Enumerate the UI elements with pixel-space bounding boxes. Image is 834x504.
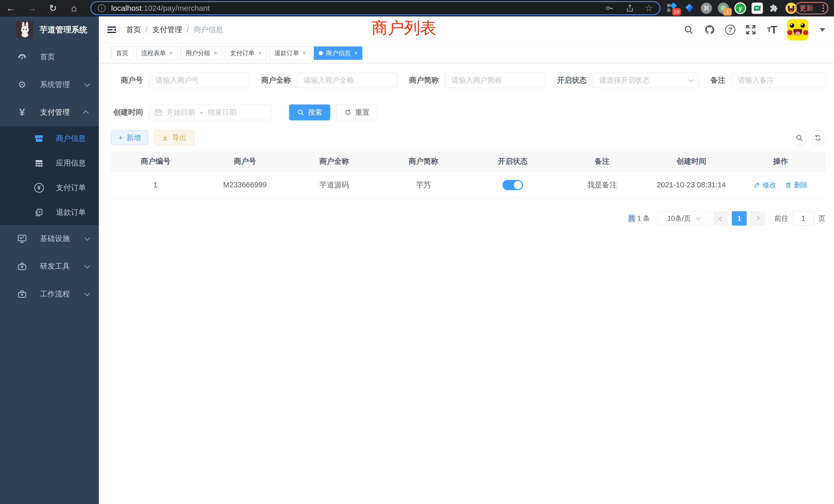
tab-close-icon[interactable]: × [258,50,262,56]
font-size-icon[interactable]: TT [766,24,777,36]
browser-forward-icon[interactable]: → [25,0,39,17]
extension-command-icon[interactable]: ⌘ [701,2,712,14]
prev-page-button[interactable] [713,211,728,226]
edit-link[interactable]: 修改 [754,180,776,190]
tab-close-icon[interactable]: × [354,50,357,56]
merchant-name-input[interactable] [297,73,397,88]
refresh-icon [344,109,352,116]
sidebar-item-infra[interactable]: 基础设施 [0,225,99,253]
sidebar-item-workflow[interactable]: 工作流程 [0,280,99,308]
help-icon[interactable]: ? [725,25,736,35]
reset-button[interactable]: 重置 [336,105,377,120]
chevron-down-icon [696,215,701,221]
extensions-puzzle-icon[interactable] [768,2,780,14]
goto-page-input[interactable] [792,211,814,226]
url-text[interactable]: localhost:1024/pay/merchant [111,4,210,13]
browser-update-button[interactable]: 更新 [795,2,828,14]
tab-merchant-info[interactable]: 商户信息× [314,46,362,60]
app-logo-rabbit-image [17,21,34,38]
status-select[interactable]: 请选择开启状态 [593,73,699,88]
delete-link[interactable]: 删除 [785,180,808,190]
cell-full-name: 芋道源码 [290,172,379,198]
url-bar[interactable]: i localhost:1024/pay/merchant ☆ [90,1,660,15]
refresh-table-button[interactable] [810,130,825,145]
sidebar-subitem-merchant-info[interactable]: 商户信息 [0,126,99,151]
trash-icon [785,182,792,188]
export-button-label: 导出 [172,133,187,143]
filter-create-time: 创建时间 开始日期 - 结束日期 [111,105,271,120]
chevron-down-icon [85,81,90,87]
url-path: :1024/pay/merchant [141,4,210,12]
date-end-placeholder[interactable]: 结束日期 [208,108,237,117]
avatar-caret-icon[interactable] [820,28,825,31]
header-search-icon[interactable] [683,24,694,36]
chevron-left-icon [719,216,723,221]
browser-menu-kebab-icon[interactable] [822,5,824,12]
browser-back-icon[interactable]: ← [4,0,18,17]
breadcrumb-separator: / [146,26,148,34]
pagination-total-rest: 1 条 [635,214,650,222]
sidebar-subitem-refund-order[interactable]: 退款订单 [0,200,99,225]
bookmark-star-icon[interactable]: ☆ [645,4,653,13]
search-button[interactable]: 搜索 [289,105,330,120]
share-icon[interactable] [624,3,636,14]
sidebar-item-devtools[interactable]: 研发工具 [0,253,99,280]
breadcrumb-pay[interactable]: 支付管理 [152,25,182,35]
chevron-down-icon [688,77,694,83]
breadcrumb-separator: / [187,26,189,34]
tab-process-form[interactable]: 流程表单× [136,46,178,60]
pagination: 共 1 条 10条/页 1 前往 页 [111,211,825,226]
tab-close-icon[interactable]: × [214,50,217,56]
sidebar: 芋道管理系统 首页 ⚙ 系统管理 ¥ 支付管理 商户信息 应用信息 ¥ [0,17,99,504]
page-1-button[interactable]: 1 [732,211,747,226]
sidebar-item-label: 工作流程 [40,289,70,299]
sidebar-item-pay[interactable]: ¥ 支付管理 [0,98,99,126]
col-actions: 操作 [736,152,825,171]
extension-y-icon[interactable]: y [734,2,746,14]
sidebar-subitem-pay-order[interactable]: ¥ 支付订单 [0,176,99,200]
site-info-icon[interactable]: i [98,4,106,12]
export-button[interactable]: 导出 [154,130,194,145]
date-start-placeholder[interactable]: 开始日期 [167,108,195,117]
github-icon[interactable] [704,24,716,36]
extension-pin-icon[interactable] [683,2,695,14]
sidebar-item-home[interactable]: 首页 [0,43,99,71]
col-remark: 备注 [557,152,647,171]
remark-input[interactable] [731,73,827,88]
sidebar-subitem-app-info[interactable]: 应用信息 [0,151,99,176]
tab-close-icon[interactable]: × [170,50,173,56]
monitor-check-icon [17,233,28,244]
toggle-search-button[interactable] [792,130,807,145]
tab-home[interactable]: 首页 [111,46,133,60]
page-size-select[interactable]: 10条/页 [657,211,710,226]
tab-user-group[interactable]: 用户分组× [181,46,222,60]
active-tab-dot [319,51,323,55]
tab-pay-order[interactable]: 支付订单× [225,46,266,60]
tab-close-icon[interactable]: × [303,50,306,56]
date-range-picker[interactable]: 开始日期 - 结束日期 [149,105,271,120]
page-size-value: 10条/页 [667,214,691,223]
tab-refund-order[interactable]: 退款订单× [270,46,311,60]
breadcrumb-home[interactable]: 首页 [126,25,141,35]
sidebar-collapse-icon[interactable] [106,24,117,36]
app-logo-row[interactable]: 芋道管理系统 [0,17,99,43]
plus-icon: + [118,134,123,142]
merchant-no-input[interactable] [149,73,249,88]
extension-tabs-icon[interactable]: 10 [666,2,678,14]
gear-icon: ⚙ [17,79,28,90]
next-page-button[interactable] [750,211,765,226]
browser-reload-icon[interactable]: ↻ [46,0,60,17]
command-glyph: ⌘ [703,4,710,12]
status-toggle[interactable] [503,180,523,190]
fullscreen-icon[interactable] [745,24,756,36]
merchant-short-input[interactable] [445,73,545,88]
user-avatar[interactable] [787,19,808,40]
add-button[interactable]: + 新增 [111,130,148,145]
extension-chat-icon[interactable] [751,2,763,14]
sidebar-item-system[interactable]: ⚙ 系统管理 [0,71,99,98]
extension-recorder-icon[interactable]: 1 [718,2,729,14]
cell-merchant-no: M233666999 [200,172,290,198]
filter-merchant-name: 商户全称 [261,73,397,88]
password-key-icon[interactable] [604,3,615,14]
browser-home-icon[interactable]: ⌂ [67,0,81,17]
